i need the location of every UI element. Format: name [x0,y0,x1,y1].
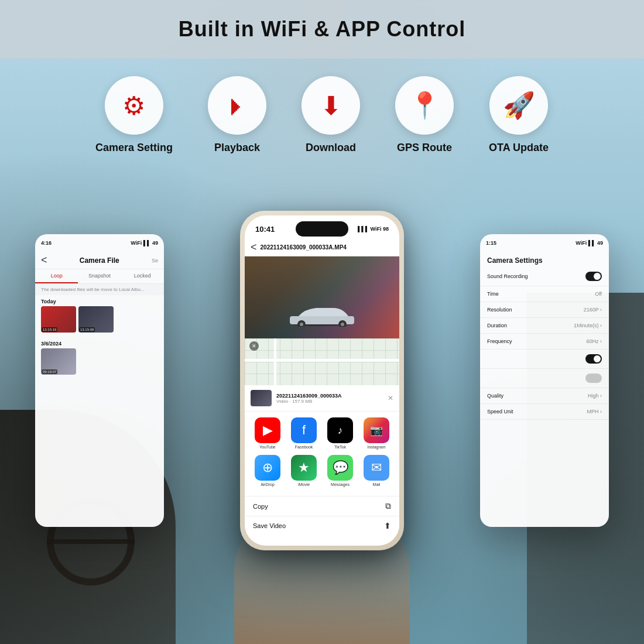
page-title: Built in WiFi & APP Control [179,17,466,42]
playback-circle: ⏵ [208,76,266,135]
thumb-1-time: 13:15:19 [42,327,57,332]
download-thumbnail [251,390,272,406]
action-save-video[interactable]: Save Video ⬆ [245,516,399,535]
map-grid [245,338,399,385]
download-close-button[interactable]: ✕ [388,394,393,402]
app-instagram[interactable]: 📷 Instagram [364,417,389,449]
gear-icon: ⚙ [122,91,145,121]
top-banner: Built in WiFi & APP Control [0,0,644,59]
setting-hz[interactable]: Frequency 60Hz › [480,334,609,350]
settings-icon[interactable]: Se [152,258,158,263]
app-imovie[interactable]: ★ iMovie [291,455,317,487]
save-icon: ⬆ [384,521,391,530]
date-thumbnails: 09:19:07 [35,348,164,379]
rocket-icon: 🚀 [503,90,535,121]
camera-setting-label: Camera Setting [95,142,173,154]
phone-nav-bar: < 20221124163009_000033A.MP4 [245,239,399,256]
app-facebook[interactable]: f Facebook [291,417,317,449]
setting-time: Time Off [480,286,609,302]
playback-icon: ⏵ [225,93,249,119]
youtube-label: YouTube [259,445,276,449]
copy-label: Copy [253,503,268,510]
facebook-label: Facebook [295,445,313,449]
tab-snapshot[interactable]: Snapshot [78,269,121,283]
tab-loop[interactable]: Loop [35,269,78,283]
playback-label: Playback [214,142,260,154]
resolution-value: 2160P › [584,307,602,313]
resolution-label: Resolution [487,307,512,313]
messages-icon: 💬 [327,455,353,481]
hz-label: Frequency [487,338,512,344]
setting-sound-recording: Sound Recording [480,267,609,286]
feature-playback: ⏵ Playback [208,76,266,154]
mail-icon: ✉ [364,455,389,481]
phone-back-button[interactable]: < [251,241,257,254]
airdrop-label: AirDrop [261,482,275,487]
car-svg [287,303,357,327]
share-apps-row-2: ⊕ AirDrop ★ iMovie 💬 Messages ✉ Mail [249,455,395,487]
setting-quality[interactable]: Quality High › [480,388,609,404]
map-road-vertical [274,338,276,385]
map-road-horizontal [245,359,399,362]
thumb-2[interactable]: 13:15:09 [78,306,114,333]
setting-resolution[interactable]: Resolution 2160P › [480,302,609,318]
setting-toggle-3 [480,369,609,388]
app-youtube[interactable]: ▶ YouTube [255,417,280,449]
gps-circle: 📍 [395,76,454,135]
action-copy[interactable]: Copy ⧉ [245,496,399,516]
svg-point-5 [341,323,344,326]
panel-notice: The downloaded files will be move to Loc… [35,284,164,295]
app-tiktok[interactable]: ♪ TikTok [327,417,353,449]
setting-speed-unit[interactable]: Speed Unit MPH › [480,404,609,420]
gps-label: GPS Route [397,142,452,154]
camera-setting-circle: ⚙ [105,76,163,135]
phone-download-bar: 20221124163009_000033A Video · 157.9 MB … [245,385,399,412]
download-filename: 20221124163009_000033A [276,393,383,399]
right-panel-status-bar: 1:15 WiFi ▌▌ 49 [480,234,609,252]
ota-label: OTA Update [489,142,549,154]
share-apps-row-1: ▶ YouTube f Facebook ♪ TikTok 📷 Instagra… [249,417,395,449]
download-icon: ⬇ [320,91,342,121]
sound-recording-toggle[interactable] [585,272,602,281]
left-panel-status-bar: 4:16 WiFi ▌▌ 49 [35,234,164,252]
right-panel-title: Camera Settings [480,252,609,267]
right-panel: 1:15 WiFi ▌▌ 49 Camera Settings Sound Re… [480,234,609,527]
phone-notch [296,221,348,237]
time-value: Off [595,291,602,297]
app-airdrop[interactable]: ⊕ AirDrop [255,455,280,487]
thumb-1[interactable]: 13:15:19 [41,306,76,333]
app-messages[interactable]: 💬 Messages [327,455,353,487]
speed-unit-label: Speed Unit [487,409,513,415]
phone-video-player[interactable] [245,256,399,338]
download-info: 20221124163009_000033A Video · 157.9 MB [276,393,383,404]
setting-toggle-2 [480,350,609,369]
map-close-button[interactable]: ✕ [249,341,259,351]
right-status-time: 1:15 [486,240,496,246]
section-today: Today [35,295,164,306]
back-icon[interactable]: < [41,254,47,266]
messages-label: Messages [331,482,350,487]
left-status-icons: WiFi ▌▌ 49 [131,240,158,246]
toggle-2[interactable] [585,354,602,364]
setting-duration[interactable]: Duration 1Minute(s) › [480,318,609,334]
thumb-2-time: 13:15:09 [79,327,95,332]
duration-value: 1Minute(s) › [574,323,602,328]
phone-outer: 10:41 ▌▌▌ WiFi 98 < 20221124163009_00003… [240,211,404,550]
imovie-icon: ★ [291,455,317,481]
save-video-label: Save Video [253,522,286,529]
youtube-icon: ▶ [255,417,280,443]
hz-value: 60Hz › [586,338,602,344]
airdrop-icon: ⊕ [255,455,280,481]
imovie-label: iMovie [298,482,310,487]
speed-unit-value: MPH › [587,409,602,415]
tab-locked[interactable]: Locked [121,269,164,283]
app-mail[interactable]: ✉ Mail [364,455,389,487]
feature-gps-route: 📍 GPS Route [395,76,454,154]
toggle-3[interactable] [585,374,602,383]
thumb-3[interactable]: 09:19:07 [41,348,76,375]
phone-filename: 20221124163009_000033A.MP4 [261,244,393,251]
phone-time: 10:41 [255,225,275,234]
features-row: ⚙ Camera Setting ⏵ Playback ⬇ Download 📍… [0,64,644,166]
phone-share-grid: ▶ YouTube f Facebook ♪ TikTok 📷 Instagra… [245,412,399,496]
left-panel-nav: < Camera File Se [35,252,164,269]
